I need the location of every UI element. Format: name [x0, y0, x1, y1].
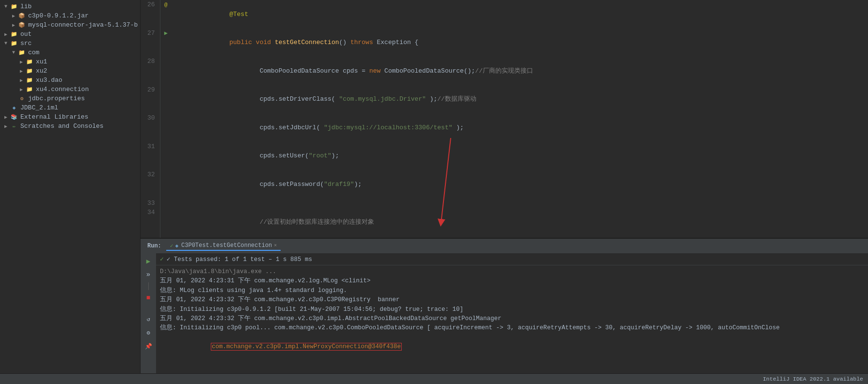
line-code: cpds.setJdbcUrl( "jdbc:mysql://localhost…: [172, 113, 868, 142]
folder-icon-lib: 📁: [10, 3, 18, 10]
tree-label-lib: lib: [20, 3, 32, 10]
tree-item-xu3dao[interactable]: ▶ 📁 xu3.dao: [0, 76, 140, 85]
console-left-toolbar: ▶ » ■ ↺ ⚙ 📌: [141, 253, 156, 373]
line-number: 28: [141, 57, 160, 85]
tree-item-xu2[interactable]: ▶ 📁 xu2: [0, 66, 140, 76]
bottom-tabs-bar: Run: ✓ ◆ C3P0Test.testGetConnection ×: [141, 239, 868, 253]
line-code: [172, 199, 868, 208]
console-line-2: 信息: MLog clients using java 1.4+ standar…: [160, 286, 864, 295]
line-code: cpds.setDriverClass( "com.mysql.jdbc.Dri…: [172, 85, 868, 114]
line-code: cpds.setUser("root");: [172, 142, 868, 170]
tree-item-out[interactable]: ▶ 📁 out: [0, 30, 140, 39]
code-table: 26 @ @Test 27 ▶: [141, 0, 868, 238]
tree-item-jdbc-props[interactable]: ▶ ⚙ jdbc.properties: [0, 94, 140, 103]
line-number: 30: [141, 113, 160, 142]
tree-arrow-xu1[interactable]: ▶: [17, 59, 25, 65]
annotation-token: @Test: [229, 11, 248, 18]
run-tab-close-icon[interactable]: ×: [274, 243, 277, 248]
tree-item-jdbc2-iml[interactable]: ▶ ◆ JDBC_2.iml: [0, 103, 140, 112]
test-result-text: ✓ Tests passed: 1 of 1 test – 1 s 885 ms: [167, 255, 312, 263]
line-number: 35: [141, 236, 160, 238]
jar-icon-c3p0: 📦: [17, 13, 26, 19]
line-gutter: @: [160, 0, 172, 29]
tree-arrow-out[interactable]: ▶: [2, 31, 10, 37]
tree-item-com[interactable]: ▼ 📁 com: [0, 48, 140, 57]
tree-label-xu2: xu2: [36, 67, 47, 75]
tree-label-iml: JDBC_2.iml: [20, 104, 58, 111]
tree-label-com: com: [28, 49, 39, 56]
tree-item-c3p0[interactable]: ▶ 📦 c3p0-0.9.1.2.jar: [0, 11, 140, 20]
line-gutter: [160, 199, 172, 208]
tree-label-extlibs: External Libraries: [20, 113, 88, 121]
tree-item-src[interactable]: ▼ 📁 src: [0, 39, 140, 48]
editor-area: 26 @ @Test 27 ▶: [141, 0, 868, 238]
tree-arrow-c3p0[interactable]: ▶: [10, 13, 17, 19]
tree-label-scratches: Scratches and Consoles: [20, 123, 104, 130]
code-line-30: 30 cpds.setJdbcUrl( "jdbc:mysql://localh…: [141, 113, 868, 142]
line-code: cpds.setPassword("draf19");: [172, 170, 868, 199]
tree-arrow-mysql[interactable]: ▶: [10, 22, 17, 28]
tree-label-c3p0: c3p0-0.9.1.2.jar: [28, 12, 89, 19]
project-tree[interactable]: ▼ 📁 lib ▶ 📦 c3p0-0.9.1.2.jar ▶ 📦 mysql-c…: [0, 0, 141, 373]
code-line-27: 27 ▶ public void testGetConnection() thr…: [141, 29, 868, 57]
tree-label-out: out: [20, 31, 32, 38]
console-line-6: 信息: Initializing c3p0 pool... com.mchang…: [160, 323, 864, 333]
tree-arrow-src[interactable]: ▼: [2, 41, 10, 46]
status-bar: IntelliJ IDEA 2022.1 available: [0, 373, 868, 384]
console-output[interactable]: D:\Java\java1.8\bin\java.exe ... 五月 01, …: [156, 265, 868, 373]
tree-arrow-scratches[interactable]: ▶: [2, 123, 10, 129]
line-code: //设置初始时数据库连接池中的连接对象: [172, 208, 868, 236]
tree-label-mysql: mysql-connector-java-5.1.37-b: [28, 21, 138, 29]
test-result-bar: ✓ ✓ Tests passed: 1 of 1 test – 1 s 885 …: [156, 253, 868, 265]
scratch-icon: ✏: [10, 123, 18, 130]
test-pass-icon: ✓: [160, 255, 164, 263]
play-button[interactable]: ▶: [142, 255, 154, 267]
tree-item-mysql[interactable]: ▶ 📦 mysql-connector-java-5.1.37-b: [0, 20, 140, 30]
line-gutter: ▶: [160, 29, 172, 57]
tree-arrow-com[interactable]: ▼: [10, 50, 17, 55]
tree-item-extlibs[interactable]: ▶ 📚 External Libraries: [0, 112, 140, 122]
line-gutter: [160, 170, 172, 199]
tree-item-xu4[interactable]: ▶ 📁 xu4.connection: [0, 85, 140, 94]
tree-label-src: src: [20, 40, 32, 47]
line-code: cpds.setInitialPoolSize(10);//设置连接对象为10个: [172, 236, 868, 238]
code-line-26: 26 @ @Test: [141, 0, 868, 29]
tree-item-xu1[interactable]: ▶ 📁 xu1: [0, 57, 140, 66]
line-code: @Test: [172, 0, 868, 29]
run-gutter-icon[interactable]: ▶: [164, 30, 168, 37]
console-line-3: 五月 01, 2022 4:23:32 下午 com.mchange.v2.c3…: [160, 295, 864, 305]
rerun-button[interactable]: ↺: [142, 313, 154, 325]
fast-forward-button[interactable]: »: [142, 269, 154, 280]
stop-button[interactable]: ■: [142, 292, 154, 304]
code-editor[interactable]: 26 @ @Test 27 ▶: [141, 0, 868, 238]
code-line-29: 29 cpds.setDriverClass( "com.mysql.jdbc.…: [141, 85, 868, 114]
run-label: Run:: [144, 242, 164, 250]
run-tab[interactable]: ✓ ◆ C3P0Test.testGetConnection ×: [166, 241, 281, 251]
code-line-28: 28 ComboPooledDataSource cpds = new Comb…: [141, 57, 868, 85]
line-code: ComboPooledDataSource cpds = new ComboPo…: [172, 57, 868, 85]
tree-arrow-xu3dao[interactable]: ▶: [17, 77, 25, 83]
code-line-35: 35 cpds.setInitialPoolSize(10);//设置连接对象为…: [141, 236, 868, 238]
tree-arrow-extlibs[interactable]: ▶: [2, 114, 10, 120]
console-line-1: 五月 01, 2022 4:23:31 下午 com.mchange.v2.lo…: [160, 276, 864, 286]
tree-arrow-xu4[interactable]: ▶: [17, 87, 25, 92]
settings-button[interactable]: ⚙: [142, 327, 154, 338]
tree-arrow-xu2[interactable]: ▶: [17, 68, 25, 74]
bottom-panel: Run: ✓ ◆ C3P0Test.testGetConnection × ▶ …: [141, 238, 868, 373]
run-tab-label: C3P0Test.testGetConnection: [181, 242, 272, 249]
console-line-highlighted: com.mchange.v2.c3p0.impl.NewProxyConnect…: [160, 333, 864, 361]
line-gutter: [160, 57, 172, 85]
props-icon: ⚙: [17, 95, 26, 102]
folder-icon-xu4: 📁: [25, 86, 34, 93]
line-gutter: [160, 208, 172, 236]
tree-item-lib[interactable]: ▼ 📁 lib: [0, 2, 140, 11]
line-number: 33: [141, 199, 160, 208]
tree-item-scratches[interactable]: ▶ ✏ Scratches and Consoles: [0, 122, 140, 131]
run-tab-check-icon: ✓: [170, 243, 174, 249]
line-gutter: [160, 113, 172, 142]
run-tab-diamond-icon: ◆: [175, 243, 178, 249]
tree-arrow-lib[interactable]: ▼: [2, 4, 10, 9]
pin-button[interactable]: 📌: [142, 340, 154, 352]
line-gutter: [160, 236, 172, 238]
line-number: 31: [141, 142, 160, 170]
